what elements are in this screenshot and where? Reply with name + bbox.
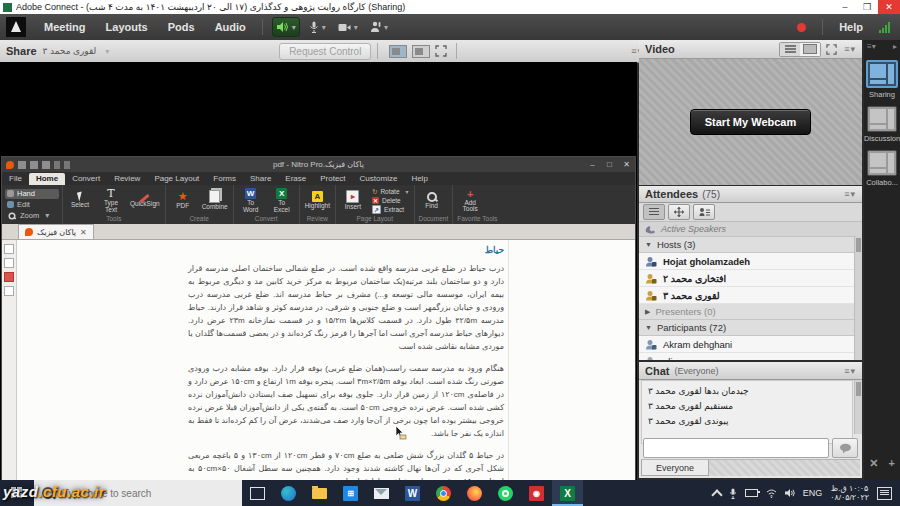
chat-send-button[interactable] [832, 438, 858, 458]
chat-scrollbar[interactable] [854, 380, 862, 434]
layouts-close-icon[interactable]: ▸ [893, 42, 897, 51]
chat-tab-everyone[interactable]: Everyone [641, 460, 709, 476]
rotate-button[interactable]: ↻Rotate▾ [372, 188, 409, 196]
extract-button[interactable]: ↗Extract [372, 205, 409, 214]
attendee-row[interactable]: لقوری محمد ۳ [639, 287, 862, 304]
delete-button[interactable]: ✕Delete [372, 197, 409, 204]
nitro-tab-review[interactable]: Review [107, 173, 147, 185]
maximize-button[interactable]: ❒ [856, 0, 878, 14]
webcam-button[interactable]: ▾ [335, 18, 361, 36]
menu-pods[interactable]: Pods [158, 21, 205, 33]
nitro-tab-protect[interactable]: Protect [313, 173, 352, 185]
notification-center-icon[interactable] [877, 487, 892, 500]
attendee-list-view-button[interactable] [643, 204, 665, 220]
hand-tool-button[interactable]: Hand [5, 189, 59, 199]
attendee-row[interactable]: ali reza [639, 353, 862, 360]
save-icon[interactable] [30, 161, 38, 169]
to-excel-button[interactable]: XTo Excel [270, 188, 294, 213]
word-button[interactable]: W [397, 480, 428, 506]
menu-meeting[interactable]: Meeting [34, 21, 96, 33]
view-fit-width-button[interactable] [412, 45, 430, 58]
language-indicator[interactable]: ENG [803, 488, 823, 498]
start-webcam-button[interactable]: Start My Webcam [690, 109, 812, 135]
attendees-pod-menu-icon[interactable] [844, 189, 856, 199]
nitro-tab-forms[interactable]: Forms [206, 173, 243, 185]
tray-wifi-icon[interactable] [766, 489, 777, 498]
combine-button[interactable]: Combine [202, 190, 228, 211]
nitro-tab-share[interactable]: Share [243, 173, 278, 185]
create-pdf-button[interactable]: ★PDF [171, 191, 195, 210]
layout-thumb-discussion[interactable] [867, 106, 897, 132]
pages-panel-icon[interactable] [4, 244, 14, 254]
delete-layout-icon[interactable]: ✕ [869, 457, 878, 470]
chat-input[interactable] [643, 438, 829, 458]
mail-button[interactable] [366, 480, 397, 506]
select-button[interactable]: Select [68, 192, 92, 209]
share-title-dropdown[interactable]: ▾ [105, 47, 109, 56]
presenters-section-header[interactable]: ▶ Presenters (0) [639, 304, 862, 320]
excel-button[interactable]: X [552, 480, 583, 506]
video-pod-menu-icon[interactable] [844, 44, 856, 54]
file-explorer-button[interactable] [304, 480, 335, 506]
quicksign-button[interactable]: QuickSign [130, 193, 160, 208]
attendee-row[interactable]: Akram dehghani [639, 336, 862, 353]
bookmarks-panel-icon[interactable] [4, 258, 14, 268]
close-button[interactable]: ✕ [878, 0, 900, 14]
menu-help[interactable]: Help [829, 21, 873, 33]
layouts-menu-icon[interactable]: ≡▾ [867, 42, 876, 51]
attendee-row[interactable]: افتخاری محمد ۲ [639, 270, 862, 287]
nitro-minimize-button[interactable]: – [584, 157, 601, 172]
nitro-tab-customize[interactable]: Customize [353, 173, 405, 185]
layout-thumb-collaboration[interactable] [867, 150, 897, 176]
nitro-tab-file[interactable]: File [2, 173, 29, 185]
microphone-dropdown[interactable]: ▾ [322, 23, 326, 32]
layout-label[interactable]: Collabo... [866, 178, 898, 187]
chrome-button[interactable] [428, 480, 459, 506]
request-control-button[interactable]: Request Control [279, 43, 371, 60]
nitro-tab-help[interactable]: Help [404, 173, 434, 185]
chat-message-list[interactable]: چیدمان بدها لقوری محمد ۳ مستقیم لقوری مح… [641, 380, 853, 444]
layout-label[interactable]: Discussion [864, 134, 900, 143]
nitro-tab-pagelayout[interactable]: Page Layout [147, 173, 206, 185]
tray-chevron-icon[interactable] [711, 489, 722, 500]
attendee-row[interactable]: Hojat gholamzadeh [639, 253, 862, 270]
document-tab[interactable]: پاکان فیزیک ✕ [18, 224, 94, 239]
highlight-button[interactable]: AHighlight [305, 191, 330, 210]
tray-microphone-icon[interactable] [729, 488, 737, 499]
document-tab-close-icon[interactable]: ✕ [80, 228, 87, 237]
minimize-button[interactable]: – [834, 0, 856, 14]
undo-icon[interactable] [54, 161, 60, 169]
print-icon[interactable] [42, 161, 50, 169]
type-text-button[interactable]: TType Text [99, 188, 123, 213]
edge-taskbar-button[interactable] [273, 480, 304, 506]
active-speakers-row[interactable]: Active Speakers [639, 222, 862, 237]
speaker-dropdown[interactable]: ▾ [292, 23, 296, 32]
tray-speaker-icon[interactable] [785, 488, 795, 498]
task-view-button[interactable] [242, 480, 273, 506]
zoom-tool-button[interactable]: Zoom ▾ [5, 211, 59, 221]
nitro-maximize-button[interactable]: □ [601, 157, 618, 172]
video-grid-view-button[interactable] [780, 43, 800, 56]
add-tools-button[interactable]: +Add Tools [458, 189, 482, 213]
speaker-button[interactable]: ▾ [272, 17, 300, 37]
layout-thumb-sharing[interactable] [866, 60, 898, 88]
hosts-section-header[interactable]: ▼ Hosts (3) [639, 237, 862, 253]
attendees-scrollbar[interactable] [854, 236, 862, 360]
fullscreen-icon[interactable] [435, 45, 447, 57]
microsoft-store-button[interactable]: ⊞ [335, 480, 366, 506]
nitro-tab-convert[interactable]: Convert [65, 173, 107, 185]
menu-layouts[interactable]: Layouts [96, 21, 158, 33]
redo-icon[interactable] [64, 161, 70, 169]
scrollbar-thumb[interactable] [856, 382, 861, 396]
pdf-document-area[interactable]: حیاط درب حیاط در ضلع غربی مدرسه واقع شده… [2, 240, 635, 481]
connection-signal-icon[interactable] [879, 22, 890, 33]
insert-button[interactable]: ▸Insert [341, 190, 365, 211]
edit-tool-button[interactable]: Edit [5, 200, 59, 210]
scrollbar-thumb[interactable] [856, 238, 861, 252]
nitro-tab-erase[interactable]: Erase [278, 173, 313, 185]
whatsapp-button[interactable] [490, 480, 521, 506]
add-layout-icon[interactable]: + [888, 457, 894, 470]
firefox-button[interactable] [459, 480, 490, 506]
participants-section-header[interactable]: ▼ Participants (72) [639, 320, 862, 336]
set-status-button[interactable]: ▾ [367, 18, 391, 36]
